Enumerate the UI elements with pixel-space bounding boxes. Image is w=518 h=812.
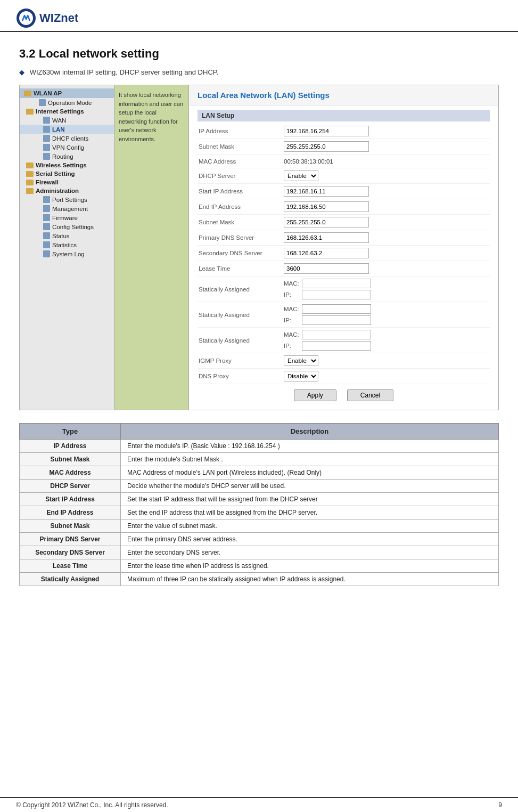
table-row-type: Statically Assigned	[20, 573, 121, 586]
mac-label-2: MAC:	[284, 306, 300, 312]
sidebar: WLAN AP Operation Mode Internet Settings…	[20, 85, 114, 410]
table-row-desc: Enter the secondary DNS server.	[121, 546, 499, 559]
igmp-proxy-label: IGMP Proxy	[199, 358, 284, 364]
logo-text: WIZnet	[39, 11, 78, 25]
primary-dns-row: Primary DNS Server	[198, 230, 490, 246]
mac-input-1[interactable]	[302, 279, 371, 288]
ip-address-value	[284, 126, 489, 136]
table-row-desc: Enter the module's Subnet Mask .	[121, 453, 499, 466]
igmp-proxy-select[interactable]: Enable Disable	[284, 355, 318, 366]
end-ip-input[interactable]	[284, 201, 369, 212]
end-ip-row: End IP Address	[198, 199, 490, 215]
igmp-proxy-value: Enable Disable	[284, 355, 489, 366]
static-assigned-1-label: Statically Assigned	[199, 286, 284, 293]
sidebar-item-vpn-config[interactable]: VPN Config	[20, 143, 114, 152]
mac-address-static: 00:50:38:13:00:01	[284, 158, 333, 165]
dhcp-server-select[interactable]: Enable Disable	[284, 170, 318, 181]
primary-dns-value	[284, 232, 489, 243]
subnet-mask-input[interactable]	[284, 141, 369, 152]
start-ip-row: Start IP Address	[198, 184, 490, 199]
dhcp-server-label: DHCP Server	[199, 173, 284, 179]
logo-area: WIZnet	[16, 8, 78, 28]
dns-proxy-value: Disable Enable	[284, 371, 489, 381]
mac-ip-group-3: MAC: IP:	[284, 330, 489, 351]
start-ip-input[interactable]	[284, 186, 369, 197]
page-icon	[43, 153, 50, 160]
table-row-type: Primary DNS Server	[20, 533, 121, 546]
table-row-type: Subnet Mask	[20, 519, 121, 533]
primary-dns-input[interactable]	[284, 232, 369, 243]
sidebar-item-dhcp-clients[interactable]: DHCP clients	[20, 134, 114, 143]
ip-label-2: IP:	[284, 317, 300, 323]
table-row-type: Lease Time	[20, 559, 121, 573]
end-ip-value	[284, 201, 489, 212]
subnet-mask2-input[interactable]	[284, 217, 369, 228]
sidebar-item-status[interactable]: Status	[20, 231, 114, 240]
lease-time-input[interactable]	[284, 263, 369, 274]
lan-setup-header: LAN Setup	[198, 110, 490, 121]
lease-time-label: Lease Time	[199, 265, 284, 272]
sidebar-item-system-log[interactable]: System Log	[20, 249, 114, 258]
ip-address-row: IP Address	[198, 124, 490, 139]
sidebar-item-routing[interactable]: Routing	[20, 152, 114, 161]
subnet-mask2-value	[284, 217, 489, 228]
sidebar-item-serial-setting[interactable]: Serial Setting	[20, 169, 114, 178]
wiznet-logo-icon	[16, 8, 36, 28]
static-assigned-2-value: MAC: IP:	[284, 304, 489, 325]
sidebar-title: WLAN AP	[20, 88, 114, 98]
table-row-type: MAC Address	[20, 466, 121, 480]
sidebar-item-internet-settings[interactable]: Internet Settings	[20, 107, 114, 116]
table-header-description: Description	[121, 424, 499, 440]
sidebar-item-wireless-settings[interactable]: Wireless Settings	[20, 161, 114, 169]
mac-input-2[interactable]	[302, 304, 371, 314]
copyright-text: © Copyright 2012 WIZnet Co., Inc. All ri…	[16, 801, 168, 809]
table-row-desc: Set the start IP address that will be as…	[121, 493, 499, 506]
table-row-desc: Enter the lease time when IP address is …	[121, 559, 499, 573]
sidebar-item-operation-mode[interactable]: Operation Mode	[20, 98, 114, 107]
folder-icon	[26, 109, 34, 115]
ip-input-1[interactable]	[302, 290, 371, 299]
dns-proxy-label: DNS Proxy	[199, 373, 284, 379]
ip-address-input[interactable]	[284, 126, 369, 136]
mac-input-3[interactable]	[302, 330, 371, 339]
static-assigned-3-value: MAC: IP:	[284, 330, 489, 351]
main-content: 3.2 Local network setting ◆ WIZ630wi int…	[0, 32, 518, 613]
sidebar-item-statistics[interactable]: Statistics	[20, 240, 114, 249]
sidebar-item-administration[interactable]: Administration	[20, 186, 114, 195]
ip-input-2[interactable]	[302, 315, 371, 325]
header: WIZnet	[0, 0, 518, 32]
subnet-mask-row: Subnet Mask	[198, 139, 490, 155]
sidebar-item-config-settings[interactable]: Config Settings	[20, 222, 114, 231]
cancel-button[interactable]: Cancel	[347, 389, 393, 401]
dns-proxy-select[interactable]: Disable Enable	[284, 371, 318, 381]
ui-panel-wrapper: WLAN AP Operation Mode Internet Settings…	[19, 85, 499, 410]
ip-address-label: IP Address	[199, 128, 284, 134]
sidebar-item-firmware[interactable]: Firmware	[20, 213, 114, 222]
sidebar-item-lan[interactable]: LAN	[20, 125, 114, 134]
secondary-dns-input[interactable]	[284, 248, 369, 258]
page-icon	[43, 205, 50, 212]
mac-ip-group-1: MAC: IP:	[284, 279, 489, 299]
table-header-type: Type	[20, 424, 121, 440]
mac-row-2: MAC:	[284, 304, 489, 314]
sidebar-item-port-settings[interactable]: Port Settings	[20, 195, 114, 204]
page-icon	[43, 144, 50, 151]
lan-form: LAN Setup IP Address Subnet Mask	[189, 105, 498, 410]
lease-time-value	[284, 263, 489, 274]
subnet-mask2-row: Subnet Mask	[198, 215, 490, 230]
secondary-dns-label: Secondary DNS Server	[199, 250, 284, 256]
table-row-type: Subnet Mask	[20, 453, 121, 466]
page-icon	[43, 214, 50, 221]
ip-input-3[interactable]	[302, 341, 371, 351]
table-row-desc: Set the end IP address that will be assi…	[121, 506, 499, 519]
mac-address-label: MAC Address	[199, 158, 284, 165]
sidebar-item-firewall[interactable]: Firewall	[20, 178, 114, 186]
static-assigned-3-row: Statically Assigned MAC: IP:	[198, 328, 490, 353]
sidebar-item-wan[interactable]: WAN	[20, 116, 114, 125]
sidebar-item-management[interactable]: Management	[20, 204, 114, 213]
table-row-type: Start IP Address	[20, 493, 121, 506]
apply-button[interactable]: Apply	[294, 389, 336, 401]
ip-row-2: IP:	[284, 315, 489, 325]
wlan-folder-icon	[24, 91, 31, 96]
dhcp-server-value: Enable Disable	[284, 170, 489, 181]
